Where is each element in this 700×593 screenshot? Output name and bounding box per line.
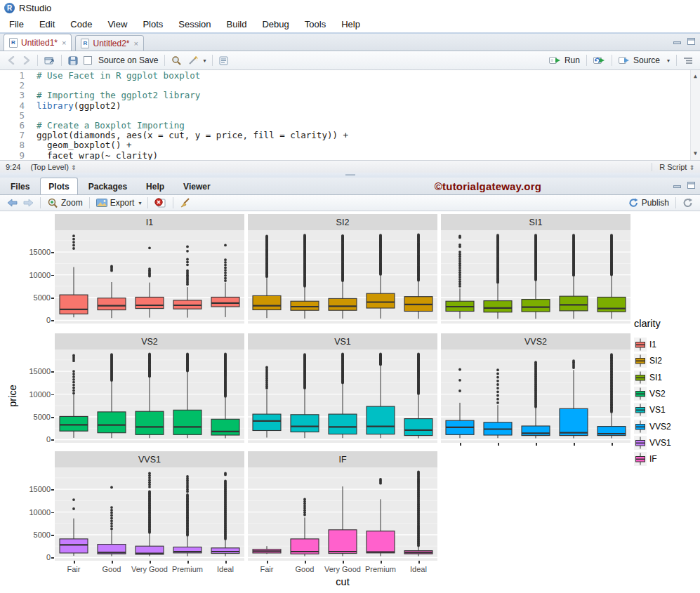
legend-label: VVS2 (649, 422, 671, 432)
plot-output: I1050001000015000SI2SI1VS205000100001500… (0, 211, 700, 592)
y-tick-mark (51, 535, 54, 536)
popout-window-icon[interactable] (41, 55, 58, 67)
y-tick-label: 10000 (22, 271, 51, 279)
y-tick-label: 0 (22, 553, 51, 561)
y-tick-label: 5000 (22, 413, 51, 421)
x-tick-mark (267, 561, 268, 564)
legend-label: VVS1 (649, 438, 671, 448)
export-label: Export (110, 198, 135, 208)
legend-label: SI1 (649, 373, 662, 382)
menu-bar: FileEditCodeViewPlotsSessionBuildDebugTo… (0, 15, 700, 32)
pane-tab-packages[interactable]: Packages (80, 178, 136, 194)
next-plot-icon[interactable] (20, 197, 37, 208)
source-tab-bar: R Untitled1* ×R Untitled2* × (0, 34, 700, 51)
source-tab-2[interactable]: R Untitled2* × (75, 35, 143, 51)
minimize-pane-icon[interactable] (673, 37, 682, 45)
x-tick-mark (225, 561, 227, 564)
run-label: Run (564, 55, 580, 65)
menu-item-code[interactable]: Code (62, 17, 100, 32)
source-button[interactable]: Source (616, 54, 663, 67)
y-tick-label: 15000 (22, 485, 51, 493)
clear-plots-broom-icon[interactable] (177, 196, 194, 209)
code-editor[interactable]: 123456789 # Use Facet in R ggplot boxplo… (0, 70, 700, 160)
editor-scrollbar[interactable]: ▲ ▼ (690, 70, 700, 160)
menu-item-view[interactable]: View (100, 17, 135, 32)
source-on-save-toggle[interactable]: Source on Save (81, 54, 161, 67)
menu-item-session[interactable]: Session (171, 17, 218, 32)
scope-selector[interactable]: (Top Level) ⇕ (30, 163, 76, 171)
source-dropdown-icon[interactable]: ▾ (663, 56, 673, 65)
pane-tab-plots[interactable]: Plots (40, 178, 77, 194)
zoom-plot-button[interactable]: Zoom (44, 196, 86, 210)
dropdown-icon: ▾ (203, 58, 206, 64)
compile-notebook-icon[interactable] (216, 55, 231, 67)
pane-splitter[interactable] (0, 173, 700, 178)
facet-strip-SI2: SI2 (248, 214, 437, 230)
menu-item-tools[interactable]: Tools (297, 17, 334, 32)
run-button[interactable]: Run (546, 54, 583, 67)
source-label: Source (633, 55, 660, 65)
x-tick-mark (498, 443, 499, 446)
pane-tab-viewer[interactable]: Viewer (175, 178, 218, 194)
scroll-down-icon[interactable]: ▼ (694, 149, 697, 159)
back-icon[interactable] (4, 55, 19, 66)
previous-plot-icon[interactable] (4, 197, 20, 208)
y-tick-label: 10000 (22, 508, 51, 517)
tab-label: Untitled1* (21, 38, 58, 48)
forward-icon[interactable] (19, 55, 34, 66)
find-replace-icon[interactable] (169, 54, 185, 67)
rerun-button[interactable] (590, 55, 608, 66)
facet-strip-IF: IF (248, 451, 437, 467)
menu-item-build[interactable]: Build (219, 17, 255, 32)
pane-tab-files[interactable]: Files (2, 178, 38, 194)
close-tab-icon[interactable]: × (134, 39, 138, 48)
legend-label: VS1 (649, 405, 666, 415)
legend-label: IF (649, 454, 657, 464)
close-tab-icon[interactable]: × (62, 39, 66, 47)
maximize-pane-icon[interactable] (687, 181, 696, 189)
remove-plot-icon[interactable] (152, 196, 169, 209)
code-text[interactable]: # Use Facet in R ggplot boxplot # Import… (31, 70, 700, 160)
y-tick-label: 0 (22, 316, 51, 324)
publish-button[interactable]: Publish (626, 196, 672, 209)
menu-item-debug[interactable]: Debug (254, 17, 296, 32)
refresh-plot-icon[interactable] (680, 196, 696, 209)
facet-strip-VS1: VS1 (248, 333, 437, 349)
x-axis-title: cut (55, 576, 630, 587)
menu-item-help[interactable]: Help (334, 17, 368, 32)
legend-item-SI1: SI1 (634, 371, 662, 385)
maximize-pane-icon[interactable] (687, 37, 696, 45)
file-type-selector[interactable]: R Script ⇕ (652, 163, 694, 171)
rstudio-logo-icon: R (4, 3, 15, 13)
document-outline-icon[interactable] (680, 55, 696, 66)
save-icon[interactable] (65, 55, 81, 67)
zoom-label: Zoom (61, 198, 83, 208)
y-tick-mark (51, 252, 54, 253)
legend-item-VS1: VS1 (634, 403, 666, 417)
code-line-7: ggplot(diamonds, aes(x = cut, y = price,… (37, 131, 700, 140)
y-tick-mark (51, 298, 54, 299)
menu-item-plots[interactable]: Plots (135, 17, 171, 32)
source-on-save-checkbox[interactable] (84, 56, 92, 65)
source-tab-1[interactable]: R Untitled1* × (4, 34, 72, 51)
menu-item-file[interactable]: File (1, 17, 32, 32)
legend-item-I1: I1 (634, 338, 656, 352)
plots-pane: FilesPlotsPackagesHelpViewer©tutorialgat… (0, 178, 700, 592)
facet-panel-IF (248, 467, 437, 561)
y-tick-mark (51, 275, 54, 276)
facet-strip-VS2: VS2 (55, 333, 244, 349)
y-tick-label: 15000 (22, 367, 51, 375)
export-plot-button[interactable]: Export ▾ (93, 196, 145, 209)
code-tools-wand-icon[interactable]: ▾ (185, 54, 209, 67)
source-status-bar: 9:24 (Top Level) ⇕ R Script ⇕ (0, 160, 700, 173)
y-tick-mark (51, 489, 54, 491)
menu-item-edit[interactable]: Edit (32, 17, 62, 32)
minimize-pane-icon[interactable] (673, 181, 682, 189)
y-tick-label: 5000 (22, 293, 51, 302)
x-tick-label: Ideal (392, 565, 445, 573)
scroll-up-icon[interactable]: ▲ (694, 72, 697, 81)
y-tick-mark (51, 417, 54, 418)
y-tick-label: 15000 (22, 248, 51, 256)
pane-tab-help[interactable]: Help (138, 178, 173, 194)
publish-label: Publish (642, 198, 669, 208)
